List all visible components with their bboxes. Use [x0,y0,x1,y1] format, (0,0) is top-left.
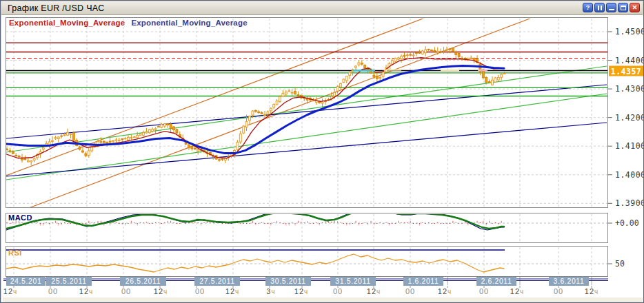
candle-body [118,140,120,140]
candle-body [431,50,433,51]
help-button[interactable]: ? [583,3,593,12]
candle-body [494,78,496,82]
rsi-panel[interactable] [6,247,608,277]
candle-body [285,92,287,94]
candle-body [115,140,117,140]
candle-body [9,151,11,152]
close-button[interactable]: ✕ [630,3,640,12]
svg-text:1.4200: 1.4200 [615,113,644,123]
time-label: 3ч [266,287,275,295]
macd-axis-label: +0.00 [615,218,639,228]
title-bar[interactable]: График EUR /USD ЧАС ?✕ [1,1,643,15]
candle-body [410,54,412,55]
candle-body [416,53,418,54]
candle-body [61,136,63,136]
date-badge-label: 3.6.2011 [554,277,585,285]
candle-body [176,129,178,133]
candle-body [501,74,503,77]
candle-body [488,82,490,83]
date-badge-label: 31.5.2011 [335,277,370,285]
candle-body [503,73,505,74]
maximize-button[interactable] [618,3,628,12]
candle-body [492,80,494,85]
candle-body [288,91,290,92]
candle-body [18,156,20,157]
pause-button[interactable] [594,3,605,12]
candle-body [170,124,172,129]
candle-body [191,147,193,149]
candle-body [124,138,126,139]
candle-body [412,55,414,56]
candle-body [497,77,499,80]
candle-body [443,51,445,52]
time-label: 12ч [438,287,452,295]
candle-body [264,115,266,116]
candle-body [382,72,384,76]
minimize-button[interactable] [606,3,616,12]
candle-body [291,92,293,93]
candle-body [394,58,396,61]
main-chart-panel[interactable] [6,18,608,208]
candle-body [100,142,102,143]
candle-body [152,129,154,131]
candle-body [312,101,314,101]
candle-body [70,134,72,134]
candle-body [373,75,375,76]
date-badge-label: 25.5.2011 [51,277,86,285]
candle-body [27,160,29,162]
candle-body [276,101,278,105]
time-label: 00 [48,287,58,295]
candle-body [355,66,357,67]
candle-body [321,102,323,103]
pause-icon [598,6,602,10]
window-title: График EUR /USD ЧАС [8,3,105,13]
candle-body [364,65,366,68]
time-label: 12ч [154,287,168,295]
candle-body [376,76,378,79]
candle-body [361,63,363,64]
svg-text:1.4500: 1.4500 [615,27,644,36]
candle-body [449,49,451,50]
time-label: 00 [333,287,343,295]
candle-body [121,139,123,140]
time-label: 12ч [79,287,93,295]
chart-window: 1.45001.44001.43001.42001.41001.40001.39… [0,0,644,303]
candle-body [421,51,423,54]
candle-body [197,149,199,151]
candle-body [245,122,248,127]
svg-text:1.4000: 1.4000 [615,170,644,180]
candle-body [148,129,150,133]
time-label: 12ч [585,287,598,295]
candle-body [252,111,254,115]
candle-body [15,156,17,156]
candle-body [270,108,272,111]
candle-body [221,159,223,160]
date-badge-label: 1.6.2011 [408,277,439,285]
candle-body [403,55,405,56]
date-badge-label: 27.5.2011 [199,277,234,285]
candle-body [154,129,157,130]
candle-body [173,127,175,130]
date-badge-label: 26.5.2011 [125,277,161,285]
candle-body [194,148,196,149]
candle-body [128,138,130,140]
time-label: 12ч [510,287,524,295]
candle-body [349,72,351,76]
candle-body [397,58,399,59]
help-icon: ? [586,5,590,11]
candle-body [345,76,348,81]
candle-body [57,137,59,139]
candle-body [79,147,81,150]
chart-canvas[interactable]: 1.45001.44001.43001.42001.41001.40001.39… [1,1,644,303]
minimize-icon [609,9,614,10]
indicator-legend: Exponential_Moving_AverageExponential_Mo… [9,19,254,27]
candle-body [455,52,457,55]
candle-body [72,133,74,140]
macd-panel[interactable] [6,213,608,243]
time-label: 12ч [3,287,17,295]
candle-body [401,56,403,59]
candle-body [133,137,135,138]
candle-body [137,135,139,138]
rsi-label: RSI [8,249,22,257]
bottom-strip [3,297,643,302]
